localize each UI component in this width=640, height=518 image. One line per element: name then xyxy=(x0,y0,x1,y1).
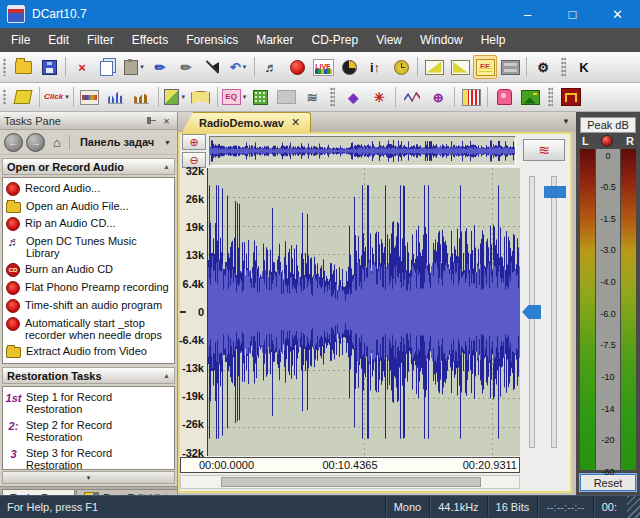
close-button[interactable]: ✕ xyxy=(595,0,640,28)
ff-marker-button[interactable]: FF ▾ xyxy=(473,55,497,79)
scratch-filter-button[interactable]: ✳ ▾ xyxy=(366,85,392,109)
speaker-grid-icon xyxy=(253,90,268,105)
settings-button[interactable]: ⚙ ▾ xyxy=(530,55,556,79)
dropdown-arrow-icon[interactable]: ▾ xyxy=(181,93,185,101)
zoom-slider-handle[interactable] xyxy=(544,186,566,198)
tasks-pane-close-icon[interactable]: × xyxy=(160,115,173,127)
undo-button[interactable]: ↶ ▾ xyxy=(225,55,251,79)
position-slider-handle[interactable] xyxy=(522,305,541,319)
task-item[interactable]: Time-shift an audio program xyxy=(4,297,173,315)
dc-tunes-button[interactable]: ♬ ▾ xyxy=(258,55,284,79)
scrollbar-thumb[interactable] xyxy=(221,477,481,487)
interpolator-button[interactable]: ▾ xyxy=(399,85,425,109)
media-grid-button[interactable]: ▾ xyxy=(247,85,273,109)
collapse-icon[interactable]: ▲ xyxy=(163,372,170,379)
waveform-plot[interactable] xyxy=(207,168,520,456)
back-button[interactable]: ← xyxy=(4,133,23,152)
clock-button[interactable]: ▾ xyxy=(388,55,414,79)
spectrogram-button[interactable]: ▾ xyxy=(77,85,103,109)
speaker-stripes-button[interactable]: ▾ xyxy=(458,85,484,109)
overview-waveform[interactable] xyxy=(209,136,516,166)
chevron-down-icon[interactable]: ▼ xyxy=(164,139,171,146)
main-waveform-canvas[interactable] xyxy=(208,168,520,456)
eq-button[interactable]: EQ ▾ xyxy=(221,85,248,109)
record-button[interactable]: ▾ xyxy=(284,55,310,79)
dropdown-arrow-icon[interactable]: ▾ xyxy=(140,63,144,71)
pencil-edit-button[interactable]: ✏ ▾ xyxy=(173,55,199,79)
menu-item[interactable]: Effects xyxy=(123,28,177,52)
mute-button[interactable]: ▾ xyxy=(199,55,225,79)
menu-item[interactable]: Edit xyxy=(39,28,78,52)
tab-overflow-icon[interactable]: ▼ xyxy=(562,117,570,126)
task-item[interactable]: CD Burn an Audio CD xyxy=(4,261,173,279)
fade-in-button[interactable]: ▾ xyxy=(421,55,447,79)
maximize-button[interactable]: □ xyxy=(550,0,595,28)
forward-button[interactable]: → xyxy=(26,133,45,152)
noise-breeze-button[interactable]: ≋ ▾ xyxy=(299,85,325,109)
task-item[interactable]: ♬ Open DC Tunes Music Library xyxy=(4,233,173,261)
zoom-in-button[interactable]: ⊕ xyxy=(182,134,206,150)
dropdown-arrow-icon[interactable]: ▾ xyxy=(65,93,69,101)
video-scene-button[interactable]: ▾ xyxy=(517,85,543,109)
scene-icon xyxy=(521,90,540,105)
menu-item[interactable]: Forensics xyxy=(177,28,247,52)
delete-button[interactable]: × ▾ xyxy=(69,55,95,79)
input-monitor-button[interactable]: i↑ ▾ xyxy=(362,55,388,79)
task-item[interactable]: Flat Phono Preamp recording xyxy=(4,279,173,297)
open-file-button[interactable]: ▾ xyxy=(10,55,36,79)
toolbar-separator xyxy=(158,87,159,107)
task-item[interactable]: Record Audio... xyxy=(4,180,173,198)
task-item[interactable]: 2: Step 2 for Record Restoration xyxy=(4,417,173,445)
click-filter-button[interactable]: Click ▾ xyxy=(43,85,70,109)
timer-disc-button[interactable]: ▾ xyxy=(336,55,362,79)
dropdown-arrow-icon[interactable]: ▾ xyxy=(243,63,247,71)
dynamics-diamond-button[interactable]: ◆ ▾ xyxy=(340,85,366,109)
zoom-slider-track[interactable] xyxy=(551,176,557,448)
fade-out-button[interactable]: ▾ xyxy=(447,55,473,79)
tab-close-icon[interactable]: ✕ xyxy=(291,116,300,129)
menu-item[interactable]: CD-Prep xyxy=(303,28,368,52)
disabled-panel-button[interactable]: ▾ xyxy=(273,85,299,109)
section-restoration-tasks[interactable]: Restoration Tasks ▲ xyxy=(2,367,175,384)
voice-blender-button[interactable]: ▾ xyxy=(491,85,517,109)
live-meter-button[interactable]: LIVE ▾ xyxy=(310,55,336,79)
fade-in-icon xyxy=(425,60,444,75)
menu-item[interactable]: Filter xyxy=(78,28,123,52)
minimize-button[interactable]: – xyxy=(505,0,550,28)
marker-pen-button[interactable]: ✏ ▾ xyxy=(147,55,173,79)
histogram-button[interactable]: ▾ xyxy=(129,85,155,109)
menu-item[interactable]: Marker xyxy=(247,28,302,52)
menu-item[interactable]: Help xyxy=(472,28,515,52)
notebook-icon xyxy=(191,91,210,104)
ez-impulse-button[interactable]: ▾ xyxy=(10,85,36,109)
file-convert-button[interactable]: ▾ xyxy=(162,85,188,109)
go-to-start-button[interactable]: K ▾ xyxy=(571,55,597,79)
save-button[interactable]: ▾ xyxy=(36,55,62,79)
section-open-or-record[interactable]: Open or Record Audio ▲ xyxy=(2,158,175,175)
task-item[interactable]: 1st Step 1 for Record Restoration xyxy=(4,389,173,417)
task-item[interactable]: 3 Step 3 for Record Restoration xyxy=(4,445,173,470)
task-item[interactable]: Extract Audio from Video xyxy=(4,343,173,360)
task-item[interactable]: Automatically start _stop recorder when … xyxy=(4,315,173,343)
spectrum-analyzer-button[interactable]: ▾ xyxy=(103,85,129,109)
scroll-down-button[interactable]: ▼ xyxy=(2,471,175,484)
paste-button[interactable]: ▾ xyxy=(121,55,147,79)
collapse-icon[interactable]: ▲ xyxy=(163,163,170,170)
menu-item[interactable]: Window xyxy=(411,28,472,52)
wheel-filter-button[interactable]: ⊕ ▾ xyxy=(425,85,451,109)
copy-button[interactable]: ▾ xyxy=(95,55,121,79)
task-item[interactable]: Open an Audio File... xyxy=(4,198,173,215)
horizontal-scrollbar[interactable] xyxy=(180,475,520,489)
menu-item[interactable]: View xyxy=(367,28,411,52)
pulse-generator-button[interactable]: ▾ xyxy=(558,85,584,109)
notebook-button[interactable]: ▾ xyxy=(188,85,214,109)
spectrum-view-button[interactable]: ≋ xyxy=(523,139,565,161)
menu-item[interactable]: File xyxy=(2,28,39,52)
compressor-button[interactable]: ▾ xyxy=(497,55,523,79)
task-item[interactable]: Rip an Audio CD... xyxy=(4,215,173,233)
document-tab[interactable]: RadioDemo.wav ✕ xyxy=(182,112,311,132)
pin-icon[interactable] xyxy=(147,117,160,124)
dropdown-arrow-icon[interactable]: ▾ xyxy=(243,93,247,101)
overview-waveform-canvas[interactable] xyxy=(210,137,515,165)
home-icon[interactable]: ⌂ xyxy=(48,134,66,151)
